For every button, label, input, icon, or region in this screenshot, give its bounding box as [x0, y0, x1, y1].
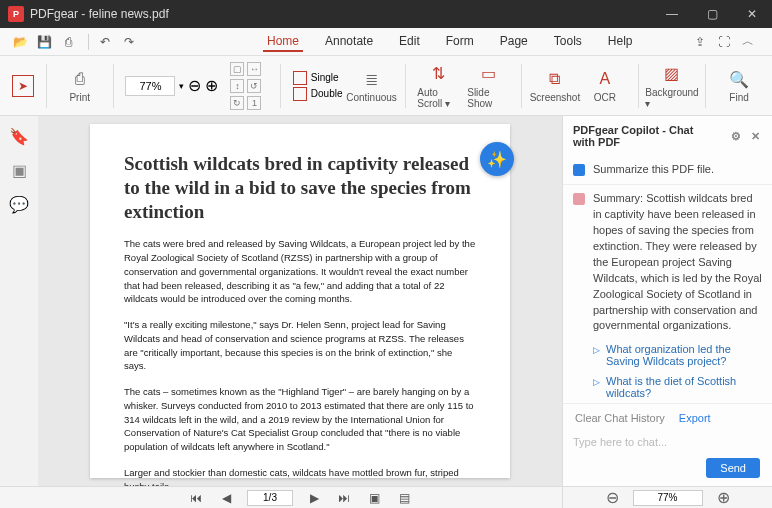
- tab-edit[interactable]: Edit: [395, 32, 424, 52]
- ocr-button[interactable]: A OCR: [584, 68, 626, 103]
- ocr-icon: A: [594, 68, 616, 90]
- fit-height-icon[interactable]: ↕: [230, 79, 244, 93]
- copilot-settings-icon[interactable]: ⚙: [729, 128, 743, 144]
- zoom-out-status-icon[interactable]: ⊖: [606, 488, 619, 507]
- autoscroll-button[interactable]: ⇅ Auto Scroll ▾: [417, 63, 459, 109]
- left-sidebar: 🔖 ▣ 💬: [0, 116, 38, 486]
- tab-form[interactable]: Form: [442, 32, 478, 52]
- article-para: The cats were bred and released by Savin…: [124, 237, 476, 306]
- fullscreen-icon[interactable]: ⛶: [714, 32, 734, 52]
- comments-icon[interactable]: 💬: [9, 194, 29, 214]
- minimize-button[interactable]: —: [652, 0, 692, 28]
- export-link[interactable]: Export: [679, 412, 711, 424]
- fit-buttons: ▢ ↔ ↕ ↺ ↻ 1: [230, 62, 268, 110]
- first-page-icon[interactable]: ⏮: [187, 491, 205, 505]
- send-button[interactable]: Send: [706, 458, 760, 478]
- zoom-out-icon[interactable]: ⊖: [188, 76, 201, 95]
- undo-icon[interactable]: ↶: [95, 32, 115, 52]
- window-title: PDFgear - feline news.pdf: [30, 7, 652, 21]
- ribbon-tabs: Home Annotate Edit Form Page Tools Help: [263, 32, 636, 52]
- tab-annotate[interactable]: Annotate: [321, 32, 377, 52]
- continuous-button[interactable]: ≣ Continuous: [351, 68, 393, 103]
- user-bullet-icon: [573, 164, 585, 176]
- save-icon[interactable]: 💾: [34, 32, 54, 52]
- print-button[interactable]: ⎙ Print: [59, 68, 101, 103]
- close-button[interactable]: ✕: [732, 0, 772, 28]
- article-para: Larger and stockier than domestic cats, …: [124, 466, 476, 486]
- zoom-input[interactable]: [125, 76, 175, 96]
- clear-history-link[interactable]: Clear Chat History: [575, 412, 665, 424]
- play-icon: ▷: [593, 377, 600, 387]
- view-single[interactable]: Single: [293, 71, 343, 85]
- app-icon: P: [8, 6, 24, 22]
- screenshot-button[interactable]: ⧉ Screenshot: [534, 68, 576, 103]
- next-page-icon[interactable]: ▶: [305, 491, 323, 505]
- fit-width-icon[interactable]: ↔: [247, 62, 261, 76]
- copilot-title: PDFgear Copilot - Chat with PDF: [573, 124, 717, 148]
- tab-page[interactable]: Page: [496, 32, 532, 52]
- rotate-right-icon[interactable]: ↻: [230, 96, 244, 110]
- last-page-icon[interactable]: ⏭: [335, 491, 353, 505]
- quick-access-bar: 📂 💾 ⎙ ↶ ↷ Home Annotate Edit Form Page T…: [0, 28, 772, 56]
- share-icon[interactable]: ⇪: [690, 32, 710, 52]
- open-icon[interactable]: 📂: [10, 32, 30, 52]
- find-icon: 🔍: [728, 68, 750, 90]
- example-question-1[interactable]: ▷ What organization led the Saving Wildc…: [563, 339, 772, 371]
- collapse-ribbon-icon[interactable]: ︿: [738, 32, 758, 52]
- zoom-in-icon[interactable]: ⊕: [205, 76, 218, 95]
- copilot-close-icon[interactable]: ✕: [749, 128, 763, 144]
- page-fit-icon[interactable]: ▣: [365, 491, 383, 505]
- document-viewport[interactable]: ✨ Scottish wildcats bred in captivity re…: [38, 116, 562, 486]
- slideshow-button[interactable]: ▭ Slide Show: [467, 63, 509, 109]
- thumbnails-icon[interactable]: ▣: [9, 160, 29, 180]
- background-button[interactable]: ▨ Background ▾: [651, 63, 694, 109]
- tab-tools[interactable]: Tools: [550, 32, 586, 52]
- actual-size-icon[interactable]: 1: [247, 96, 261, 110]
- user-prompt: Summarize this PDF file.: [593, 162, 714, 178]
- print-quick-icon[interactable]: ⎙: [58, 32, 78, 52]
- fit-page-icon[interactable]: ▢: [230, 62, 244, 76]
- background-icon: ▨: [661, 63, 683, 85]
- chat-input[interactable]: Type here to chat...: [573, 436, 762, 448]
- find-button[interactable]: 🔍 Find: [718, 68, 760, 103]
- printer-icon: ⎙: [69, 68, 91, 90]
- titlebar: P PDFgear - feline news.pdf — ▢ ✕: [0, 0, 772, 28]
- ai-bullet-icon: [573, 193, 585, 205]
- article-headline: Scottish wildcats bred in captivity rele…: [124, 152, 476, 223]
- copilot-floating-icon[interactable]: ✨: [480, 142, 514, 176]
- bookmark-icon[interactable]: 🔖: [9, 126, 29, 146]
- article-para: The cats – sometimes known as the "Highl…: [124, 385, 476, 454]
- ribbon: ➤ ⎙ Print ▾ ⊖ ⊕ ▢ ↔ ↕ ↺ ↻ 1 Single Doubl…: [0, 56, 772, 116]
- zoom-dropdown-icon[interactable]: ▾: [179, 81, 184, 91]
- redo-icon[interactable]: ↷: [119, 32, 139, 52]
- statusbar: ⏮ ◀ ▶ ⏭ ▣ ▤ ⊖ ⊕: [0, 486, 772, 508]
- prev-page-icon[interactable]: ◀: [217, 491, 235, 505]
- cursor-icon[interactable]: ➤: [12, 75, 34, 97]
- rotate-left-icon[interactable]: ↺: [247, 79, 261, 93]
- maximize-button[interactable]: ▢: [692, 0, 732, 28]
- tab-help[interactable]: Help: [604, 32, 637, 52]
- page-layout-icon[interactable]: ▤: [395, 491, 413, 505]
- tab-home[interactable]: Home: [263, 32, 303, 52]
- page-input[interactable]: [247, 490, 293, 506]
- play-icon: ▷: [593, 345, 600, 355]
- article-para: "It's a really exciting milestone," says…: [124, 318, 476, 373]
- zoom-in-status-icon[interactable]: ⊕: [717, 488, 730, 507]
- example-question-2[interactable]: ▷ What is the diet of Scottish wildcats?: [563, 371, 772, 403]
- view-double[interactable]: Double: [293, 87, 343, 101]
- continuous-icon: ≣: [361, 68, 383, 90]
- pdf-page: ✨ Scottish wildcats bred in captivity re…: [90, 124, 510, 478]
- copilot-panel: PDFgear Copilot - Chat with PDF ⚙ ✕ Summ…: [562, 116, 772, 486]
- ai-summary: Summary: Scottish wildcats bred in capti…: [593, 191, 762, 334]
- screenshot-icon: ⧉: [544, 68, 566, 90]
- autoscroll-icon: ⇅: [427, 63, 449, 85]
- slideshow-icon: ▭: [477, 63, 499, 85]
- zoom-status-input[interactable]: [633, 490, 703, 506]
